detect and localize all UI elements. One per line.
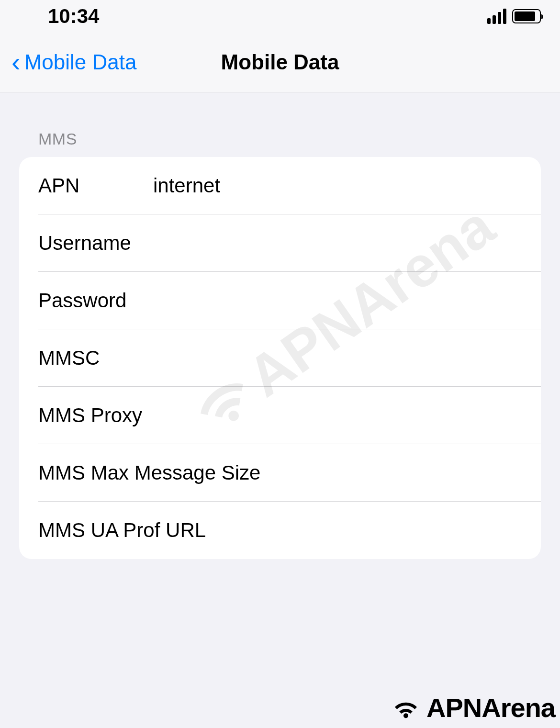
status-indicators: [487, 9, 541, 24]
label-mms-ua-prof: MMS UA Prof URL: [38, 519, 445, 542]
back-label: Mobile Data: [24, 50, 137, 74]
label-apn: APN: [38, 174, 153, 197]
back-button[interactable]: ‹ Mobile Data: [0, 49, 136, 76]
label-mms-proxy: MMS Proxy: [38, 404, 153, 427]
battery-icon: [512, 9, 541, 23]
row-username[interactable]: Username: [19, 214, 541, 272]
footer-brand-text: APNArena: [426, 692, 555, 723]
status-time: 10:34: [48, 5, 99, 28]
label-mms-max-size: MMS Max Message Size: [38, 461, 445, 484]
row-mms-max-size[interactable]: MMS Max Message Size: [19, 444, 541, 502]
row-mmsc[interactable]: MMSC: [19, 329, 541, 387]
input-mms-ua-prof[interactable]: [445, 519, 541, 542]
label-username: Username: [38, 232, 153, 255]
input-password[interactable]: [153, 289, 541, 312]
label-password: Password: [38, 289, 153, 312]
cellular-signal-icon: [487, 9, 506, 24]
page-title: Mobile Data: [221, 50, 339, 74]
wifi-icon: [389, 696, 423, 720]
chevron-left-icon: ‹: [11, 49, 21, 76]
input-apn[interactable]: [153, 174, 541, 197]
row-apn[interactable]: APN: [19, 157, 541, 214]
status-bar: 10:34: [0, 0, 560, 33]
input-mms-max-size[interactable]: [445, 461, 541, 484]
footer-brand: APNArena: [389, 692, 555, 723]
navigation-bar: ‹ Mobile Data Mobile Data: [0, 33, 560, 92]
row-password[interactable]: Password: [19, 272, 541, 329]
input-username[interactable]: [153, 232, 541, 255]
label-mmsc: MMSC: [38, 347, 153, 370]
row-mms-proxy[interactable]: MMS Proxy: [19, 387, 541, 444]
input-mmsc[interactable]: [153, 347, 541, 370]
row-mms-ua-prof[interactable]: MMS UA Prof URL: [19, 502, 541, 559]
section-header: MMS: [0, 130, 560, 148]
settings-group-mms: APN Username Password MMSC MMS Proxy MMS…: [19, 157, 541, 559]
input-mms-proxy[interactable]: [153, 404, 541, 427]
content-area: MMS APN Username Password MMSC MMS Proxy: [0, 92, 560, 559]
